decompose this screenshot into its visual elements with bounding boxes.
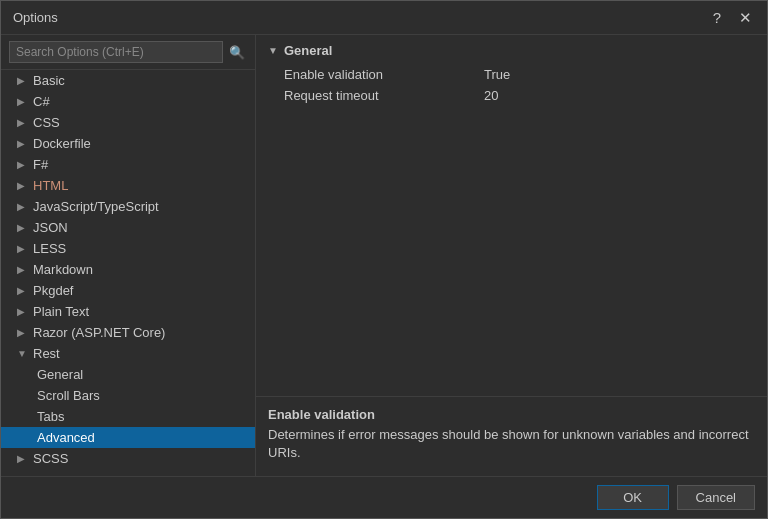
tree-item-markdown[interactable]: ▶Markdown <box>1 259 255 280</box>
section-label: General <box>284 43 332 58</box>
prop-value: 20 <box>484 88 498 103</box>
basic-arrow: ▶ <box>17 75 29 86</box>
description-title: Enable validation <box>268 407 755 422</box>
prop-name: Request timeout <box>284 88 484 103</box>
dockerfile-arrow: ▶ <box>17 138 29 149</box>
tree-item-scss[interactable]: ▶SCSS <box>1 448 255 469</box>
tree-item-fsharp[interactable]: ▶F# <box>1 154 255 175</box>
general-sub-label: General <box>37 367 83 382</box>
plaintext-arrow: ▶ <box>17 306 29 317</box>
section-header: ▼ General <box>268 43 755 58</box>
left-panel: 🔍 ▶Basic▶C#▶CSS▶Dockerfile▶F#▶HTML▶JavaS… <box>1 35 256 476</box>
scss-label: SCSS <box>33 451 68 466</box>
razor-label: Razor (ASP.NET Core) <box>33 325 165 340</box>
description-text: Determines if error messages should be s… <box>268 426 755 462</box>
json-arrow: ▶ <box>17 222 29 233</box>
pkgdef-arrow: ▶ <box>17 285 29 296</box>
right-panel: ▼ General Enable validationTrueRequest t… <box>256 35 767 476</box>
less-arrow: ▶ <box>17 243 29 254</box>
tree-item-less[interactable]: ▶LESS <box>1 238 255 259</box>
help-button[interactable]: ? <box>707 8 727 28</box>
tree-item-plaintext[interactable]: ▶Plain Text <box>1 301 255 322</box>
footer: OK Cancel <box>1 476 767 518</box>
rest-label: Rest <box>33 346 60 361</box>
section-arrow: ▼ <box>268 45 278 56</box>
scss-arrow: ▶ <box>17 453 29 464</box>
ok-button[interactable]: OK <box>597 485 669 510</box>
json-label: JSON <box>33 220 68 235</box>
tree-item-html[interactable]: ▶HTML <box>1 175 255 196</box>
options-dialog: Options ? ✕ 🔍 ▶Basic▶C#▶CSS▶Dockerfile▶F… <box>0 0 768 519</box>
tree-item-basic[interactable]: ▶Basic <box>1 70 255 91</box>
tree-sub-item-scrollbars-sub[interactable]: Scroll Bars <box>1 385 255 406</box>
css-label: CSS <box>33 115 60 130</box>
table-row: Enable validationTrue <box>268 64 755 85</box>
javascript-arrow: ▶ <box>17 201 29 212</box>
csharp-arrow: ▶ <box>17 96 29 107</box>
cancel-button[interactable]: Cancel <box>677 485 755 510</box>
markdown-arrow: ▶ <box>17 264 29 275</box>
pkgdef-label: Pkgdef <box>33 283 73 298</box>
markdown-label: Markdown <box>33 262 93 277</box>
dialog-title: Options <box>13 10 58 25</box>
tree-container[interactable]: ▶Basic▶C#▶CSS▶Dockerfile▶F#▶HTML▶JavaScr… <box>1 70 255 476</box>
tree-sub-item-general-sub[interactable]: General <box>1 364 255 385</box>
tabs-sub-label: Tabs <box>37 409 64 424</box>
search-bar: 🔍 <box>1 35 255 70</box>
content-area: 🔍 ▶Basic▶C#▶CSS▶Dockerfile▶F#▶HTML▶JavaS… <box>1 35 767 476</box>
html-label: HTML <box>33 178 68 193</box>
css-arrow: ▶ <box>17 117 29 128</box>
table-row: Request timeout20 <box>268 85 755 106</box>
tree-item-pkgdef[interactable]: ▶Pkgdef <box>1 280 255 301</box>
less-label: LESS <box>33 241 66 256</box>
close-button[interactable]: ✕ <box>735 8 755 28</box>
title-bar: Options ? ✕ <box>1 1 767 35</box>
description-area: Enable validation Determines if error me… <box>256 396 767 476</box>
prop-name: Enable validation <box>284 67 484 82</box>
dockerfile-label: Dockerfile <box>33 136 91 151</box>
tree-sub-item-advanced-sub[interactable]: Advanced <box>1 427 255 448</box>
search-input[interactable] <box>9 41 223 63</box>
csharp-label: C# <box>33 94 50 109</box>
advanced-sub-label: Advanced <box>37 430 95 445</box>
scrollbars-sub-label: Scroll Bars <box>37 388 100 403</box>
title-controls: ? ✕ <box>707 8 755 28</box>
tree-item-csharp[interactable]: ▶C# <box>1 91 255 112</box>
javascript-label: JavaScript/TypeScript <box>33 199 159 214</box>
fsharp-label: F# <box>33 157 48 172</box>
plaintext-label: Plain Text <box>33 304 89 319</box>
tree-item-javascript[interactable]: ▶JavaScript/TypeScript <box>1 196 255 217</box>
rest-arrow: ▼ <box>17 348 29 359</box>
tree-item-razor[interactable]: ▶Razor (ASP.NET Core) <box>1 322 255 343</box>
fsharp-arrow: ▶ <box>17 159 29 170</box>
prop-value: True <box>484 67 510 82</box>
tree-item-css[interactable]: ▶CSS <box>1 112 255 133</box>
basic-label: Basic <box>33 73 65 88</box>
tree-item-rest[interactable]: ▼Rest <box>1 343 255 364</box>
prop-rows: Enable validationTrueRequest timeout20 <box>268 64 755 106</box>
search-icon[interactable]: 🔍 <box>227 43 247 62</box>
html-arrow: ▶ <box>17 180 29 191</box>
tree-item-json[interactable]: ▶JSON <box>1 217 255 238</box>
tree-item-dockerfile[interactable]: ▶Dockerfile <box>1 133 255 154</box>
razor-arrow: ▶ <box>17 327 29 338</box>
tree-sub-item-tabs-sub[interactable]: Tabs <box>1 406 255 427</box>
properties-area: ▼ General Enable validationTrueRequest t… <box>256 35 767 396</box>
